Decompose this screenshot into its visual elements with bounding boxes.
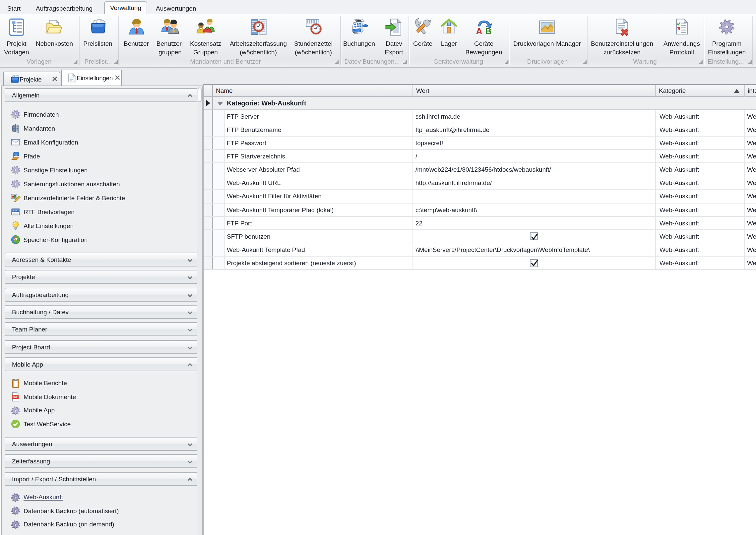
svg-text:B: B [14,195,17,199]
svg-text:A: A [476,26,482,36]
svg-text:RTF: RTF [13,209,17,212]
svg-text:PDF: PDF [13,396,18,399]
svg-text:AB: AB [14,238,18,241]
